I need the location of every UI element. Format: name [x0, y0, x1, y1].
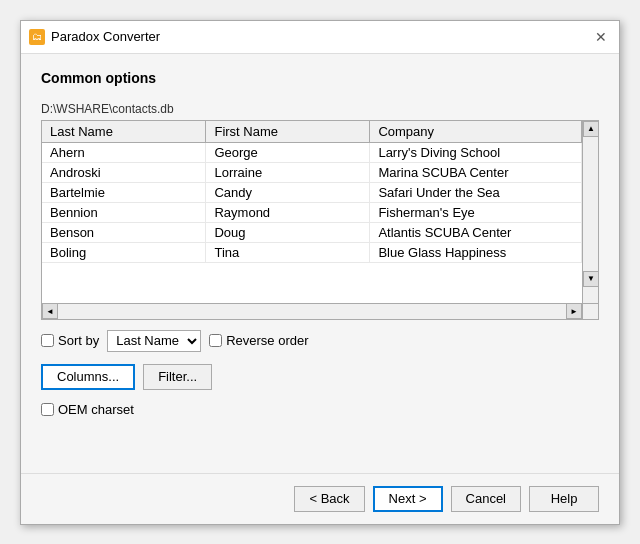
horizontal-scrollbar[interactable]: ◄ ► — [42, 303, 582, 319]
scroll-up-button[interactable]: ▲ — [583, 121, 599, 137]
cell-first: Candy — [206, 182, 370, 202]
sort-by-checkbox-label[interactable]: Sort by — [41, 333, 99, 348]
filter-button[interactable]: Filter... — [143, 364, 212, 390]
scroll-track-horizontal — [58, 304, 566, 319]
cell-company: Larry's Diving School — [370, 142, 582, 162]
reverse-order-label: Reverse order — [226, 333, 308, 348]
content-area: Common options D:\WSHARE\contacts.db Las… — [21, 54, 619, 433]
cell-last: Bennion — [42, 202, 206, 222]
table-row: Androski Lorraine Marina SCUBA Center — [42, 162, 582, 182]
reverse-order-checkbox[interactable] — [209, 334, 222, 347]
cell-first: Raymond — [206, 202, 370, 222]
oem-charset-label[interactable]: OEM charset — [41, 402, 599, 417]
table-row: Bennion Raymond Fisherman's Eye — [42, 202, 582, 222]
back-button[interactable]: < Back — [294, 486, 364, 512]
table-row: Boling Tina Blue Glass Happiness — [42, 242, 582, 262]
title-bar-left: 🗂 Paradox Converter — [29, 29, 160, 45]
table-row: Benson Doug Atlantis SCUBA Center — [42, 222, 582, 242]
cell-company: Blue Glass Happiness — [370, 242, 582, 262]
col-last-name: Last Name — [42, 121, 206, 143]
close-button[interactable]: ✕ — [591, 27, 611, 47]
data-table: Last Name First Name Company Ahern Georg… — [42, 121, 582, 263]
oem-charset-text: OEM charset — [58, 402, 134, 417]
footer: < Back Next > Cancel Help — [21, 473, 619, 524]
sort-by-checkbox[interactable] — [41, 334, 54, 347]
cell-last: Androski — [42, 162, 206, 182]
cell-last: Boling — [42, 242, 206, 262]
oem-charset-row: OEM charset — [41, 402, 599, 417]
table-row: Bartelmie Candy Safari Under the Sea — [42, 182, 582, 202]
cell-last: Ahern — [42, 142, 206, 162]
col-first-name: First Name — [206, 121, 370, 143]
col-company: Company — [370, 121, 582, 143]
cell-last: Bartelmie — [42, 182, 206, 202]
scroll-track-vertical — [583, 137, 598, 287]
sort-by-label: Sort by — [58, 333, 99, 348]
cell-company: Fisherman's Eye — [370, 202, 582, 222]
table-scroll: Last Name First Name Company Ahern Georg… — [42, 121, 582, 319]
scroll-right-button[interactable]: ► — [566, 303, 582, 319]
cell-first: Doug — [206, 222, 370, 242]
window-title: Paradox Converter — [51, 29, 160, 44]
sort-by-dropdown[interactable]: Last Name First Name Company — [107, 330, 201, 352]
table-row: Ahern George Larry's Diving School — [42, 142, 582, 162]
cell-company: Marina SCUBA Center — [370, 162, 582, 182]
cell-last: Benson — [42, 222, 206, 242]
main-window: 🗂 Paradox Converter ✕ Common options D:\… — [20, 20, 620, 525]
scroll-down-button[interactable]: ▼ — [583, 271, 599, 287]
vertical-scrollbar[interactable]: ▲ ▼ — [582, 121, 598, 303]
sort-options-row: Sort by Last Name First Name Company Rev… — [41, 330, 599, 352]
reverse-order-checkbox-label[interactable]: Reverse order — [209, 333, 308, 348]
cell-company: Atlantis SCUBA Center — [370, 222, 582, 242]
columns-button[interactable]: Columns... — [41, 364, 135, 390]
help-button[interactable]: Help — [529, 486, 599, 512]
table-header: Last Name First Name Company — [42, 121, 582, 143]
action-buttons-row: Columns... Filter... — [41, 364, 599, 390]
cell-first: Tina — [206, 242, 370, 262]
data-table-container: Last Name First Name Company Ahern Georg… — [41, 120, 599, 320]
title-bar: 🗂 Paradox Converter ✕ — [21, 21, 619, 54]
cell-first: George — [206, 142, 370, 162]
oem-charset-checkbox[interactable] — [41, 403, 54, 416]
next-button[interactable]: Next > — [373, 486, 443, 512]
section-title: Common options — [41, 70, 599, 86]
cell-company: Safari Under the Sea — [370, 182, 582, 202]
scrollbar-corner — [582, 303, 598, 319]
file-path: D:\WSHARE\contacts.db — [41, 102, 599, 116]
cancel-button[interactable]: Cancel — [451, 486, 521, 512]
table-body: Ahern George Larry's Diving School Andro… — [42, 142, 582, 262]
cell-first: Lorraine — [206, 162, 370, 182]
scroll-left-button[interactable]: ◄ — [42, 303, 58, 319]
app-icon: 🗂 — [29, 29, 45, 45]
